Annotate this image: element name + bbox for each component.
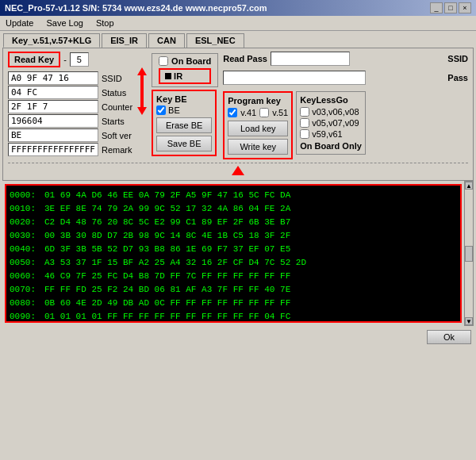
minimize-button[interactable]: _ [430, 2, 443, 13]
hex-display: 0000: 01 69 4A D6 46 EE 0A 79 2F A5 9F 4… [5, 184, 462, 323]
v51-label: v.51 [272, 108, 288, 117]
hex-line-8: 0080: 0B 60 4E 2D 49 DB AD 0C FF FF FF F… [10, 297, 457, 310]
onboard-only-label: On Board Only [300, 141, 362, 151]
starts-label: Starts [102, 117, 132, 126]
title-bar: NEC_Pro-57-v1.12 S/N: 5734 www.ezs24.de … [0, 0, 476, 16]
softver-label: Soft ver [102, 131, 132, 140]
menu-savelog[interactable]: Save Log [44, 17, 85, 29]
status-label: Status [102, 88, 132, 98]
hex-line-5: 0050: A3 53 37 1F 15 BF A2 25 A4 32 16 2… [10, 256, 457, 270]
hex-line-0: 0000: 01 69 4A D6 46 EE 0A 79 2F A5 9F 4… [10, 189, 457, 202]
tab-bar: Key_v.51,v.57+KLG EIS_IR CAN ESL_NEC [0, 31, 476, 48]
close-button[interactable]: × [459, 2, 471, 13]
menu-update[interactable]: Update [3, 17, 36, 29]
keylessgo-v03-checkbox[interactable] [300, 107, 309, 117]
hex-scrollbar[interactable]: ▲ ▼ [464, 181, 474, 326]
ok-button[interactable]: Ok [427, 330, 471, 344]
tab-eis-ir[interactable]: EIS_IR [102, 33, 147, 48]
keylessgo-v05-checkbox[interactable] [300, 118, 309, 128]
window-title: NEC_Pro-57-v1.12 S/N: 5734 www.ezs24.de … [5, 3, 267, 13]
scroll-up[interactable]: ▲ [465, 182, 473, 190]
remark-label: Remark [102, 145, 132, 155]
programkey-section: Program key v.41 v.51 Load key Write key [223, 91, 293, 159]
read-pass-input[interactable] [271, 52, 350, 66]
v41-checkbox[interactable] [228, 108, 237, 117]
be-checkbox[interactable] [156, 105, 166, 115]
ir-button[interactable]: IR [159, 68, 211, 84]
onboard-label: On Board [171, 56, 211, 66]
arrow-shaft [140, 75, 144, 107]
keylessgo-opt2: v05,v07,v09 [312, 118, 359, 128]
read-pass-label: Read Pass [223, 54, 267, 63]
hex-line-6: 0060: 46 C9 7F 25 FC D4 B8 7D FF 7C FF F… [10, 270, 457, 283]
keylessgo-opt1: v03,v06,v08 [312, 107, 359, 117]
ssid-right-label: SSID [447, 54, 468, 63]
hex-line-1: 0010: 3E EF 8E 74 79 2A 99 9C 52 17 32 4… [10, 202, 457, 216]
load-key-button[interactable]: Load key [228, 121, 288, 136]
save-be-button[interactable]: Save BE [156, 136, 212, 151]
keylessgo-section: KeyLessGo v03,v06,v08 v05,v07,v09 v59,v6… [296, 91, 366, 155]
maximize-button[interactable]: □ [444, 2, 457, 13]
keybe-title: Key BE [156, 94, 212, 104]
read-key-number[interactable] [70, 52, 89, 67]
tab-main[interactable]: Key_v.51,v.57+KLG [3, 33, 100, 48]
ssid-label: SSID [102, 74, 132, 83]
main-content: Read Key - A0 9F 47 16 04 FC 2F 1F 7 196… [2, 48, 474, 181]
softver-value: BE [8, 128, 98, 142]
tab-can[interactable]: CAN [148, 33, 185, 48]
hex-line-4: 0040: 6D 3F 3B 5B 52 D7 93 B8 86 1E 69 F… [10, 243, 457, 256]
v41-label: v.41 [240, 108, 256, 117]
arrow-down-icon [137, 107, 147, 115]
keybe-section: Key BE BE Erase BE Save BE [152, 90, 217, 156]
erase-be-button[interactable]: Erase BE [156, 117, 212, 133]
ssid-value: A0 9F 47 16 [8, 71, 98, 85]
menu-stop[interactable]: Stop [94, 17, 117, 29]
hex-line-3: 0030: 00 3B 30 8D D7 2B 98 9C 14 8C 4E 1… [10, 229, 457, 243]
hex-line-9: 0090: 01 01 01 01 FF FF FF FF FF FF FF F… [10, 310, 457, 323]
scroll-thumb[interactable] [465, 246, 473, 262]
starts-value: 196604 [8, 114, 98, 128]
counter-value: 2F 1F 7 [8, 100, 98, 113]
separator [8, 163, 468, 163]
hex-line-2: 0020: C2 D4 48 76 20 8C 5C E2 99 C1 89 E… [10, 216, 457, 229]
remark-value: FFFFFFFFFFFFFFFF [8, 143, 98, 156]
keylessgo-v59-checkbox[interactable] [300, 129, 309, 139]
programkey-title: Program key [228, 96, 288, 105]
ir-label: IR [174, 71, 182, 81]
be-label: BE [168, 105, 180, 115]
counter-label: Counter [102, 102, 132, 112]
onboard-checkbox[interactable] [159, 56, 168, 66]
hex-line-7: 0070: FF FF FD 25 F2 24 BD 06 81 AF A3 7… [10, 283, 457, 297]
ir-indicator [165, 73, 171, 79]
bottom-bar: Ok [0, 328, 476, 347]
read-key-button[interactable]: Read Key [8, 52, 60, 67]
tab-esl-nec[interactable]: ESL_NEC [186, 33, 244, 48]
arrow-up-icon [137, 67, 147, 75]
window-controls[interactable]: _ □ × [430, 2, 471, 13]
ssid-input[interactable] [223, 71, 366, 85]
scroll-down[interactable]: ▼ [465, 317, 473, 325]
menu-bar: Update Save Log Stop [0, 16, 476, 31]
pass-label: Pass [447, 73, 468, 82]
keylessgo-opt3: v59,v61 [312, 129, 343, 139]
status-value: 04 FC [8, 86, 98, 99]
keylessgo-title: KeyLessGo [300, 95, 362, 105]
v51-checkbox[interactable] [259, 108, 269, 117]
bottom-arrow [232, 166, 244, 175]
write-key-button[interactable]: Write key [228, 139, 288, 155]
